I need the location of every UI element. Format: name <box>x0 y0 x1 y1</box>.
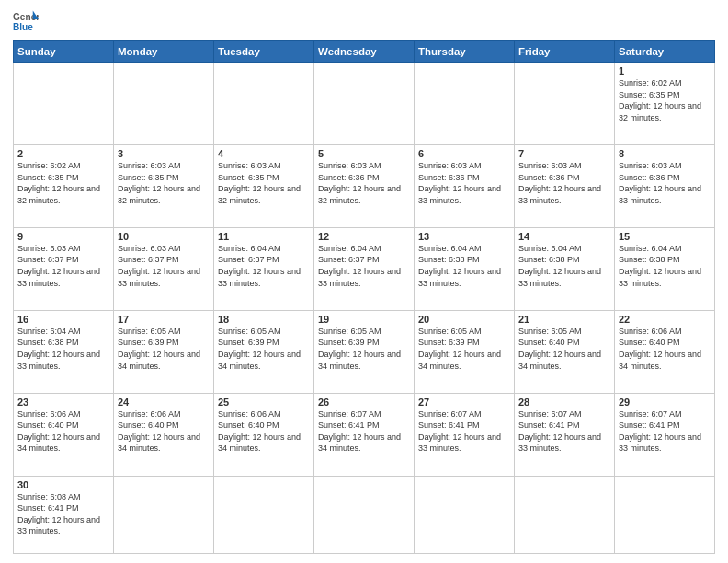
day-info: Sunrise: 6:07 AM Sunset: 6:41 PM Dayligh… <box>418 408 510 454</box>
calendar-cell: 27Sunrise: 6:07 AM Sunset: 6:41 PM Dayli… <box>415 393 515 476</box>
calendar-week-row: 16Sunrise: 6:04 AM Sunset: 6:38 PM Dayli… <box>14 310 715 393</box>
day-info: Sunrise: 6:03 AM Sunset: 6:37 PM Dayligh… <box>118 243 210 289</box>
calendar-cell <box>615 476 715 553</box>
calendar-cell: 23Sunrise: 6:06 AM Sunset: 6:40 PM Dayli… <box>14 393 114 476</box>
day-info: Sunrise: 6:03 AM Sunset: 6:35 PM Dayligh… <box>218 160 310 206</box>
day-info: Sunrise: 6:06 AM Sunset: 6:40 PM Dayligh… <box>118 408 210 454</box>
day-info: Sunrise: 6:04 AM Sunset: 6:38 PM Dayligh… <box>17 326 109 372</box>
weekday-header-thursday: Thursday <box>415 41 515 63</box>
day-info: Sunrise: 6:05 AM Sunset: 6:39 PM Dayligh… <box>318 326 410 372</box>
day-number: 12 <box>318 231 410 242</box>
calendar-cell: 4Sunrise: 6:03 AM Sunset: 6:35 PM Daylig… <box>214 144 314 227</box>
day-number: 1 <box>619 65 711 76</box>
day-info: Sunrise: 6:03 AM Sunset: 6:35 PM Dayligh… <box>118 160 210 206</box>
day-info: Sunrise: 6:04 AM Sunset: 6:38 PM Dayligh… <box>518 243 610 289</box>
day-info: Sunrise: 6:02 AM Sunset: 6:35 PM Dayligh… <box>619 77 711 123</box>
day-info: Sunrise: 6:08 AM Sunset: 6:41 PM Dayligh… <box>17 491 109 537</box>
svg-text:Blue: Blue <box>13 22 33 32</box>
calendar-cell <box>214 476 314 553</box>
day-number: 8 <box>619 148 711 159</box>
calendar-cell: 11Sunrise: 6:04 AM Sunset: 6:37 PM Dayli… <box>214 227 314 310</box>
day-number: 5 <box>318 148 410 159</box>
generalblue-logo-icon: General Blue <box>13 9 39 35</box>
calendar-cell <box>314 63 415 145</box>
calendar-cell <box>114 476 214 553</box>
calendar-week-row: 9Sunrise: 6:03 AM Sunset: 6:37 PM Daylig… <box>14 227 715 310</box>
day-info: Sunrise: 6:03 AM Sunset: 6:36 PM Dayligh… <box>418 160 510 206</box>
calendar-table: SundayMondayTuesdayWednesdayThursdayFrid… <box>13 40 715 554</box>
day-info: Sunrise: 6:05 AM Sunset: 6:40 PM Dayligh… <box>518 326 610 372</box>
calendar-cell: 18Sunrise: 6:05 AM Sunset: 6:39 PM Dayli… <box>214 310 314 393</box>
day-number: 15 <box>619 231 711 242</box>
day-number: 30 <box>17 479 109 490</box>
day-number: 13 <box>418 231 510 242</box>
day-number: 21 <box>518 314 610 325</box>
calendar-cell: 5Sunrise: 6:03 AM Sunset: 6:36 PM Daylig… <box>314 144 415 227</box>
calendar-week-row: 1Sunrise: 6:02 AM Sunset: 6:35 PM Daylig… <box>14 63 715 145</box>
day-number: 11 <box>218 231 310 242</box>
day-number: 2 <box>17 148 109 159</box>
calendar-cell: 16Sunrise: 6:04 AM Sunset: 6:38 PM Dayli… <box>14 310 114 393</box>
calendar-cell <box>114 63 214 145</box>
day-info: Sunrise: 6:04 AM Sunset: 6:38 PM Dayligh… <box>418 243 510 289</box>
calendar-cell: 19Sunrise: 6:05 AM Sunset: 6:39 PM Dayli… <box>314 310 415 393</box>
weekday-header-sunday: Sunday <box>14 41 114 63</box>
calendar-cell: 9Sunrise: 6:03 AM Sunset: 6:37 PM Daylig… <box>14 227 114 310</box>
day-number: 23 <box>17 396 109 408</box>
day-number: 16 <box>17 314 109 325</box>
calendar-cell <box>415 63 515 145</box>
day-number: 6 <box>418 148 510 159</box>
calendar-cell: 22Sunrise: 6:06 AM Sunset: 6:40 PM Dayli… <box>615 310 715 393</box>
day-number: 20 <box>418 314 510 325</box>
calendar-cell: 7Sunrise: 6:03 AM Sunset: 6:36 PM Daylig… <box>515 144 615 227</box>
calendar-cell: 10Sunrise: 6:03 AM Sunset: 6:37 PM Dayli… <box>114 227 214 310</box>
page: General Blue SundayMondayTuesdayWednesda… <box>0 0 728 563</box>
day-info: Sunrise: 6:05 AM Sunset: 6:39 PM Dayligh… <box>118 326 210 372</box>
day-info: Sunrise: 6:06 AM Sunset: 6:40 PM Dayligh… <box>17 408 109 454</box>
calendar-cell: 3Sunrise: 6:03 AM Sunset: 6:35 PM Daylig… <box>114 144 214 227</box>
calendar-cell: 28Sunrise: 6:07 AM Sunset: 6:41 PM Dayli… <box>515 393 615 476</box>
day-info: Sunrise: 6:06 AM Sunset: 6:40 PM Dayligh… <box>619 326 711 372</box>
header: General Blue <box>13 9 715 35</box>
day-number: 25 <box>218 396 310 408</box>
calendar-cell: 30Sunrise: 6:08 AM Sunset: 6:41 PM Dayli… <box>14 476 114 553</box>
calendar-cell: 25Sunrise: 6:06 AM Sunset: 6:40 PM Dayli… <box>214 393 314 476</box>
day-number: 29 <box>619 396 711 408</box>
day-number: 10 <box>118 231 210 242</box>
day-info: Sunrise: 6:03 AM Sunset: 6:36 PM Dayligh… <box>518 160 610 206</box>
day-info: Sunrise: 6:04 AM Sunset: 6:37 PM Dayligh… <box>318 243 410 289</box>
calendar-cell: 12Sunrise: 6:04 AM Sunset: 6:37 PM Dayli… <box>314 227 415 310</box>
calendar-cell: 14Sunrise: 6:04 AM Sunset: 6:38 PM Dayli… <box>515 227 615 310</box>
day-number: 7 <box>518 148 610 159</box>
calendar-cell: 21Sunrise: 6:05 AM Sunset: 6:40 PM Dayli… <box>515 310 615 393</box>
calendar-cell <box>314 476 415 553</box>
day-info: Sunrise: 6:07 AM Sunset: 6:41 PM Dayligh… <box>318 408 410 454</box>
day-number: 4 <box>218 148 310 159</box>
day-number: 27 <box>418 396 510 408</box>
calendar-week-row: 30Sunrise: 6:08 AM Sunset: 6:41 PM Dayli… <box>14 476 715 553</box>
calendar-cell: 15Sunrise: 6:04 AM Sunset: 6:38 PM Dayli… <box>615 227 715 310</box>
day-number: 9 <box>17 231 109 242</box>
day-number: 17 <box>118 314 210 325</box>
day-info: Sunrise: 6:07 AM Sunset: 6:41 PM Dayligh… <box>518 408 610 454</box>
day-info: Sunrise: 6:04 AM Sunset: 6:37 PM Dayligh… <box>218 243 310 289</box>
day-number: 26 <box>318 396 410 408</box>
day-number: 28 <box>518 396 610 408</box>
calendar-week-row: 2Sunrise: 6:02 AM Sunset: 6:35 PM Daylig… <box>14 144 715 227</box>
weekday-header-saturday: Saturday <box>615 41 715 63</box>
calendar-cell: 20Sunrise: 6:05 AM Sunset: 6:39 PM Dayli… <box>415 310 515 393</box>
weekday-header-monday: Monday <box>114 41 214 63</box>
day-number: 3 <box>118 148 210 159</box>
day-info: Sunrise: 6:03 AM Sunset: 6:37 PM Dayligh… <box>17 243 109 289</box>
weekday-header-row: SundayMondayTuesdayWednesdayThursdayFrid… <box>14 41 715 63</box>
day-number: 19 <box>318 314 410 325</box>
day-info: Sunrise: 6:06 AM Sunset: 6:40 PM Dayligh… <box>218 408 310 454</box>
calendar-cell: 17Sunrise: 6:05 AM Sunset: 6:39 PM Dayli… <box>114 310 214 393</box>
day-info: Sunrise: 6:04 AM Sunset: 6:38 PM Dayligh… <box>619 243 711 289</box>
day-number: 14 <box>518 231 610 242</box>
weekday-header-wednesday: Wednesday <box>314 41 415 63</box>
day-number: 22 <box>619 314 711 325</box>
calendar-cell: 2Sunrise: 6:02 AM Sunset: 6:35 PM Daylig… <box>14 144 114 227</box>
calendar-cell <box>515 63 615 145</box>
calendar-cell <box>214 63 314 145</box>
